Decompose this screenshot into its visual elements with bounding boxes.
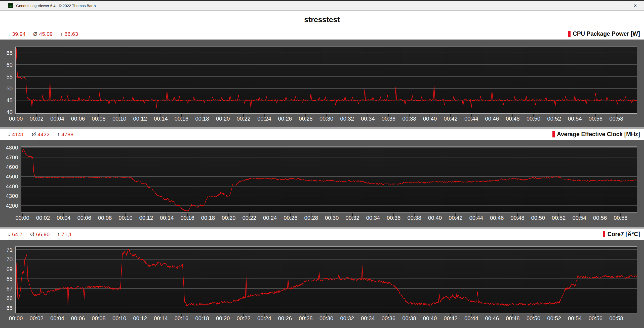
svg-text:00:02: 00:02 [36, 215, 50, 221]
max-value: 71,1 [61, 231, 72, 237]
min-arrow-icon: ↓ [8, 231, 10, 237]
stats-bar-effective-clock: ↓ 4141 Ø 4422 ↑ 4788 Average Effective C… [0, 129, 644, 140]
avg-value: 45,09 [39, 31, 53, 37]
chart-cpu-power[interactable]: 65605550454000:0000:0200:0400:0600:0800:… [0, 40, 644, 127]
svg-text:00:06: 00:06 [71, 315, 85, 321]
stats-group: ↓ 64,7 Ø 66,90 ↑ 71,1 [8, 231, 80, 237]
svg-text:00:50: 00:50 [531, 215, 545, 221]
effective-clock-plot[interactable]: 480047004600450044004300420000:0000:0200… [0, 140, 644, 227]
svg-text:00:20: 00:20 [216, 315, 230, 321]
svg-text:00:00: 00:00 [9, 116, 23, 122]
svg-text:00:18: 00:18 [195, 315, 209, 321]
min-value: 64,7 [12, 231, 23, 237]
series-legend: CPU Package Power [W] [568, 30, 640, 37]
svg-text:00:16: 00:16 [175, 315, 188, 321]
svg-text:00:58: 00:58 [614, 215, 627, 221]
stats-bar-core7-temp: ↓ 64,7 Ø 66,90 ↑ 71,1 Core7 [Â°C] [0, 229, 644, 240]
svg-text:00:12: 00:12 [133, 116, 147, 122]
svg-text:00:34: 00:34 [361, 315, 375, 321]
app-icon [8, 3, 13, 8]
svg-text:4400: 4400 [6, 183, 18, 190]
svg-text:00:26: 00:26 [278, 315, 292, 321]
svg-text:00:04: 00:04 [50, 315, 64, 321]
close-button[interactable]: ✕ [627, 1, 644, 11]
svg-text:00:00: 00:00 [15, 215, 29, 221]
core7-temp-plot[interactable]: 7170696867666500:0000:0200:0400:0600:080… [0, 240, 644, 328]
svg-text:00:44: 00:44 [464, 315, 478, 321]
svg-text:00:56: 00:56 [589, 315, 602, 321]
window-title: Generic Log Viewer 6.4 - © 2022 Thomas B… [16, 4, 592, 8]
chart-effective-clock[interactable]: 480047004600450044004300420000:0000:0200… [0, 140, 644, 227]
series-legend: Average Effective Clock [MHz] [552, 131, 640, 138]
svg-text:00:50: 00:50 [527, 116, 540, 122]
svg-text:00:24: 00:24 [257, 116, 271, 122]
svg-text:00:38: 00:38 [402, 116, 416, 122]
svg-text:00:10: 00:10 [112, 116, 126, 122]
svg-text:00:36: 00:36 [387, 215, 400, 221]
svg-text:00:22: 00:22 [237, 116, 251, 122]
svg-text:00:32: 00:32 [345, 215, 359, 221]
svg-text:45: 45 [7, 97, 13, 103]
svg-text:00:52: 00:52 [547, 315, 561, 321]
svg-text:00:52: 00:52 [547, 116, 561, 122]
svg-text:00:42: 00:42 [444, 116, 458, 122]
maximize-button[interactable]: □ [609, 1, 627, 11]
svg-text:00:30: 00:30 [325, 215, 339, 221]
svg-text:69: 69 [7, 266, 13, 272]
svg-text:00:20: 00:20 [216, 116, 230, 122]
svg-text:00:14: 00:14 [154, 116, 168, 122]
svg-text:00:08: 00:08 [92, 315, 106, 321]
svg-text:00:44: 00:44 [469, 215, 483, 221]
max-arrow-icon: ↑ [60, 31, 63, 37]
svg-text:00:36: 00:36 [382, 116, 395, 122]
svg-text:00:52: 00:52 [552, 215, 566, 221]
stats-group: ↓ 4141 Ø 4422 ↑ 4788 [8, 131, 81, 137]
svg-text:00:20: 00:20 [222, 215, 235, 221]
series-color-swatch [603, 231, 605, 237]
svg-text:4700: 4700 [6, 154, 18, 161]
chart-core7-temp[interactable]: 7170696867666500:0000:0200:0400:0600:080… [0, 240, 644, 328]
svg-text:65: 65 [7, 305, 13, 311]
svg-text:4200: 4200 [6, 203, 18, 209]
svg-text:60: 60 [7, 62, 13, 68]
average-icon: Ø [30, 231, 34, 237]
svg-text:00:26: 00:26 [278, 116, 292, 122]
min-arrow-icon: ↓ [8, 31, 10, 37]
svg-text:00:22: 00:22 [242, 215, 256, 221]
svg-text:00:12: 00:12 [133, 315, 147, 321]
chart-title: CPU Package Power [W] [573, 30, 640, 37]
svg-text:4500: 4500 [6, 173, 18, 180]
series-legend: Core7 [Â°C] [603, 231, 640, 238]
cpu-power-plot[interactable]: 65605550454000:0000:0200:0400:0600:0800:… [0, 40, 644, 127]
svg-text:00:10: 00:10 [118, 215, 132, 221]
stats-group: ↓ 39,94 Ø 45,09 ↑ 66,63 [8, 31, 86, 37]
svg-text:00:56: 00:56 [589, 116, 602, 122]
svg-text:00:28: 00:28 [299, 315, 313, 321]
chart-title: Core7 [Â°C] [608, 231, 640, 238]
svg-text:00:38: 00:38 [407, 215, 421, 221]
svg-text:00:42: 00:42 [444, 315, 458, 321]
avg-value: 4422 [37, 131, 50, 137]
window-titlebar: Generic Log Viewer 6.4 - © 2022 Thomas B… [0, 0, 644, 11]
document-header: stresstest [0, 11, 644, 28]
svg-text:00:40: 00:40 [423, 315, 437, 321]
svg-text:00:24: 00:24 [257, 315, 271, 321]
svg-text:00:46: 00:46 [485, 315, 499, 321]
svg-text:68: 68 [7, 276, 13, 282]
svg-text:00:02: 00:02 [30, 116, 44, 122]
svg-text:00:02: 00:02 [30, 315, 44, 321]
svg-text:4300: 4300 [6, 193, 18, 199]
svg-text:71: 71 [7, 247, 13, 253]
svg-text:00:16: 00:16 [175, 116, 188, 122]
svg-text:00:58: 00:58 [609, 116, 623, 122]
svg-text:00:00: 00:00 [9, 315, 23, 321]
svg-text:4800: 4800 [6, 144, 18, 151]
svg-text:00:46: 00:46 [490, 215, 504, 221]
svg-text:00:48: 00:48 [510, 215, 524, 221]
svg-text:50: 50 [7, 85, 13, 92]
minimize-button[interactable]: — [592, 1, 609, 11]
svg-text:55: 55 [7, 74, 13, 80]
svg-text:00:40: 00:40 [428, 215, 442, 221]
svg-text:00:50: 00:50 [527, 315, 540, 321]
svg-text:00:46: 00:46 [485, 116, 499, 122]
